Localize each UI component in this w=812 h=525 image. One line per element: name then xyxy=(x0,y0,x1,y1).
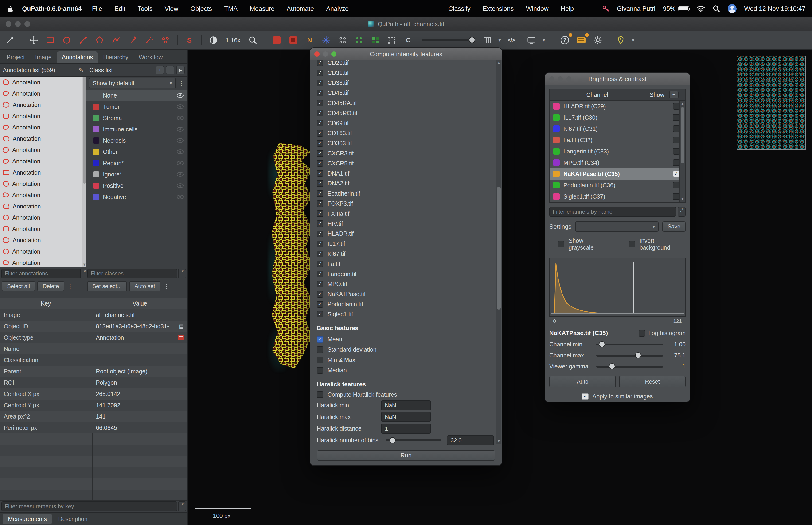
filter-channels-input[interactable] xyxy=(549,207,676,217)
annotation-list-scrollbar[interactable]: ▼ xyxy=(82,77,87,267)
channel-checkbox-row[interactable]: CD303.tif xyxy=(317,138,495,148)
menu-item[interactable]: Edit xyxy=(114,5,125,13)
channel-checkbox-row[interactable]: CD45.tif xyxy=(317,88,495,98)
channel-checkbox[interactable] xyxy=(317,221,323,227)
log-histogram-checkbox[interactable] xyxy=(639,330,645,336)
annotation-list-item[interactable]: Annotation xyxy=(0,257,82,267)
menu-item[interactable]: Help xyxy=(561,5,574,13)
auto-set-button[interactable]: Auto set xyxy=(129,281,160,291)
class-visibility-eye-icon[interactable] xyxy=(177,104,184,109)
channel-show-checkbox[interactable] xyxy=(673,103,679,109)
annotation-list-item[interactable]: Annotation xyxy=(0,144,82,155)
measurement-row[interactable]: Parent Root object (Image) ▤ xyxy=(0,366,187,377)
dialog-zoom-button[interactable] xyxy=(331,51,336,57)
set-selected-button[interactable]: Set select... xyxy=(87,281,127,291)
annotation-list-item[interactable]: Annotation xyxy=(0,212,82,223)
panel-tab[interactable]: Hierarchy xyxy=(98,51,133,63)
channel-checkbox[interactable] xyxy=(317,140,323,147)
filter-measurements-input[interactable] xyxy=(1,501,177,511)
channels-regex-button[interactable]: .* xyxy=(678,207,686,217)
opacity-slider[interactable] xyxy=(422,39,474,41)
class-visibility-eye-icon[interactable] xyxy=(177,127,184,132)
measurement-row[interactable]: Classification ▤ xyxy=(0,355,187,366)
measurement-table-icon[interactable] xyxy=(481,34,493,46)
class-visibility-eye-icon[interactable] xyxy=(177,183,184,188)
class-visibility-eye-icon[interactable] xyxy=(177,161,184,165)
auto-button[interactable]: Auto xyxy=(549,376,616,387)
panel-tab[interactable]: Annotations xyxy=(57,51,97,63)
haralick-bins-input[interactable] xyxy=(447,435,494,445)
brush-tool-icon[interactable] xyxy=(126,34,139,46)
feature-checkbox[interactable] xyxy=(317,346,323,353)
move-tool-icon[interactable] xyxy=(28,34,40,46)
channel-checkbox[interactable] xyxy=(317,110,323,116)
feature-checkbox-row[interactable]: Min & Max xyxy=(317,355,495,365)
filter-annotations-input[interactable] xyxy=(1,269,81,279)
show-annotations-icon[interactable] xyxy=(271,34,283,46)
annotations-regex-button[interactable]: .* xyxy=(82,269,87,279)
pixel-classification-icon[interactable] xyxy=(369,34,382,46)
invert-background-checkbox[interactable] xyxy=(629,241,635,247)
dialog-close-button[interactable] xyxy=(315,51,320,57)
class-list-item[interactable]: Necrosis xyxy=(87,135,187,146)
feature-checkbox[interactable] xyxy=(317,367,323,374)
toggle-all-show-button[interactable]: − xyxy=(669,91,678,99)
channel-checkbox-row[interactable]: DNA2.tif xyxy=(317,179,495,189)
class-display-dropdown[interactable]: Show by default▾ xyxy=(89,78,176,88)
menu-item[interactable]: Tools xyxy=(138,5,153,13)
channel-checkbox-row[interactable]: CXCR5.tif xyxy=(317,159,495,168)
channel-column-header[interactable]: Channel xyxy=(550,91,645,98)
tissue-image[interactable] xyxy=(272,143,312,369)
show-names-toggle[interactable]: N xyxy=(304,34,316,46)
channel-show-checkbox[interactable] xyxy=(673,159,679,166)
measure-pin-icon[interactable] xyxy=(615,34,627,46)
class-list-item[interactable]: Positive xyxy=(87,180,187,191)
haralick-bins-slider-thumb[interactable] xyxy=(389,437,396,443)
measurement-row[interactable]: Centroid X px 265.0142 ▤ xyxy=(0,388,187,400)
channel-checkbox[interactable] xyxy=(317,210,323,217)
fill-annotations-icon[interactable] xyxy=(287,34,299,46)
channel-checkbox-row[interactable]: HIV.tif xyxy=(317,219,495,229)
bc-channel-row[interactable]: IL17.tif (C30) xyxy=(550,112,685,123)
annotation-list-item[interactable]: Annotation xyxy=(0,99,82,110)
menu-item[interactable]: Automate xyxy=(287,5,314,13)
annotation-list-item[interactable]: Annotation xyxy=(0,235,82,246)
apply-similar-checkbox[interactable] xyxy=(582,393,588,400)
bottom-tab[interactable]: Description xyxy=(53,514,93,524)
bc-zoom-button[interactable] xyxy=(566,76,571,81)
channel-checkbox[interactable] xyxy=(317,90,323,96)
measurements-regex-button[interactable]: .* xyxy=(178,501,186,511)
channel-max-thumb[interactable] xyxy=(635,352,641,358)
control-center-icon[interactable] xyxy=(727,4,737,13)
annotation-list-item[interactable]: Annotation xyxy=(0,223,82,235)
class-visibility-eye-icon[interactable] xyxy=(177,138,184,143)
bc-channel-row[interactable]: Ki67.tif (C31) xyxy=(550,123,685,134)
feature-checkbox[interactable] xyxy=(317,336,323,343)
channel-checkbox[interactable] xyxy=(317,170,323,177)
channel-checkbox-row[interactable]: CD163.tif xyxy=(317,128,495,138)
polyline-tool-icon[interactable] xyxy=(110,34,122,46)
feature-checkbox-row[interactable]: Median xyxy=(317,365,495,376)
channel-checkbox[interactable] xyxy=(317,190,323,197)
selection-transform-icon[interactable] xyxy=(386,34,398,46)
class-list-item[interactable]: None xyxy=(87,90,187,101)
channel-checkbox-row[interactable]: CXCR3.tif xyxy=(317,148,495,159)
channel-show-checkbox[interactable] xyxy=(673,114,679,121)
help-button[interactable]: ? xyxy=(559,34,571,46)
channel-viewer-toggle[interactable]: C xyxy=(402,34,414,46)
brightness-contrast-icon[interactable] xyxy=(207,34,219,46)
annotation-list-item[interactable]: Annotation xyxy=(0,167,82,178)
rectangle-tool-icon[interactable] xyxy=(44,34,56,46)
annotation-list[interactable]: ▼ AnnotationAnnotationAnnotationAnnotati… xyxy=(0,77,87,267)
polygon-tool-icon[interactable] xyxy=(93,34,106,46)
ellipse-tool-icon[interactable] xyxy=(61,34,73,46)
channel-checkbox-row[interactable]: FXIIIa.tif xyxy=(317,209,495,219)
haralick-distance-input[interactable] xyxy=(381,424,431,434)
channel-checkbox-row[interactable]: DNA1.tif xyxy=(317,168,495,179)
zoom-to-fit-icon[interactable] xyxy=(247,34,259,46)
filter-classes-input[interactable] xyxy=(88,269,177,279)
channel-checkbox[interactable] xyxy=(317,80,323,86)
more-classes-button[interactable]: ▸ xyxy=(176,66,185,74)
measurement-row[interactable]: Object type Annotation ▤ xyxy=(0,332,187,343)
measurement-row[interactable]: Object ID 813ed1a3-b6e3-48d2-bd31-... ▤ xyxy=(0,320,187,332)
